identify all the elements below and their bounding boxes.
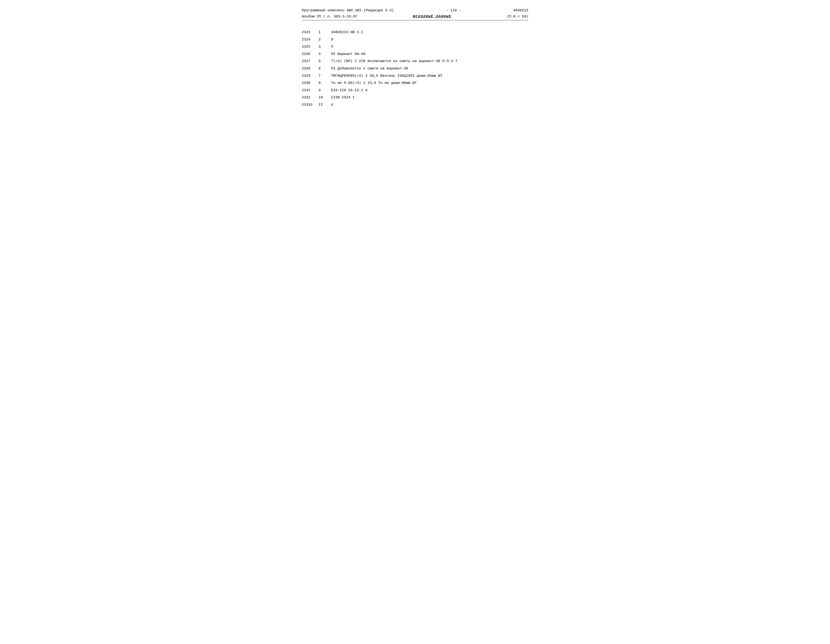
row-number: 2328 — [302, 65, 318, 72]
row-number: 2324 — [302, 36, 318, 43]
table-row: 23286П2 Добавляется к смете на вариант-3… — [302, 65, 528, 72]
row-index: 6 — [318, 65, 331, 72]
row-index: 5 — [318, 58, 331, 65]
row-content: П2 Вариант НА-40 — [331, 51, 528, 58]
row-content: Т(=3) (ВП) I 228 Исключаются из сметы на… — [331, 58, 528, 65]
row-number: 2332 — [302, 94, 318, 101]
program-title: Программный комплекс АВС-ЗЕС (Редакция 5… — [302, 8, 394, 13]
table-row: 233I9ЕI6-II9 I6-I2-2 4 — [302, 87, 528, 94]
row-content: D — [331, 36, 528, 43]
row-number: 2323 — [302, 29, 318, 36]
row-index: 9 — [318, 87, 331, 94]
row-number: 2326 — [302, 51, 318, 58]
row-content: Э48402I3 НВ I.I — [331, 29, 528, 36]
row-index: I — [318, 29, 331, 36]
section-title: ИСХОДНЫЕ ДАННЫЕ — [413, 14, 451, 19]
table-row: 23264П2 Вариант НА-40 — [302, 51, 528, 58]
table-row: 23275Т(=3) (ВП) I 228 Исключаются из сме… — [302, 58, 528, 65]
row-number: 2327 — [302, 58, 318, 65]
row-number: 23333 — [302, 101, 318, 109]
row-index: 2 — [318, 36, 331, 43]
row-index: 3 — [318, 43, 331, 51]
row-index: 4 — [318, 51, 331, 58]
row-content: К — [331, 101, 528, 109]
table-row: 2332I0CI30-I524 I — [302, 94, 528, 101]
row-content: CI30-I524 I — [331, 94, 528, 101]
data-table: 2323IЭ48402I3 НВ I.I23242D23253П23264П2 … — [302, 29, 528, 109]
document-number: 4840213 — [513, 8, 528, 13]
row-content: П2 Добавляется к смете на вариант-30 — [331, 65, 528, 72]
page-number: - 119 - — [446, 8, 461, 13]
row-index: I0 — [318, 94, 331, 101]
row-index: 7 — [318, 72, 331, 80]
table-row: 23308То же П.96(=3) 2 23,9 То же диам.80… — [302, 79, 528, 87]
table-row: 23333IIК — [302, 101, 528, 109]
table-row: 2323IЭ48402I3 НВ I.I — [302, 29, 528, 36]
row-index: 8 — [318, 79, 331, 87]
row-index: II — [318, 101, 331, 109]
row-content: ЕI6-II9 I6-I2-2 4 — [331, 87, 528, 94]
row-number: 2330 — [302, 79, 318, 87]
row-content: То же П.96(=3) 2 23,9 То же диам.80мм ШТ — [331, 79, 528, 87]
table-row: 23242D — [302, 36, 528, 43]
row-number: 233I — [302, 87, 318, 94]
table-row: 23253П — [302, 43, 528, 51]
row-content: П — [331, 43, 528, 51]
row-number: 2325 — [302, 43, 318, 51]
page-info: (П.Н.= 59) — [507, 14, 528, 19]
album-info: Альбом УП г.п. 503-3-19.87 — [302, 14, 357, 19]
table-row: 23297ТМГИЦРИ3П95(=3) 2 20,5 Вентиль I5КЦ… — [302, 72, 528, 80]
row-number: 2329 — [302, 72, 318, 80]
row-content: ТМГИЦРИ3П95(=3) 2 20,5 Вентиль I5КЦI6ПI … — [331, 72, 528, 80]
